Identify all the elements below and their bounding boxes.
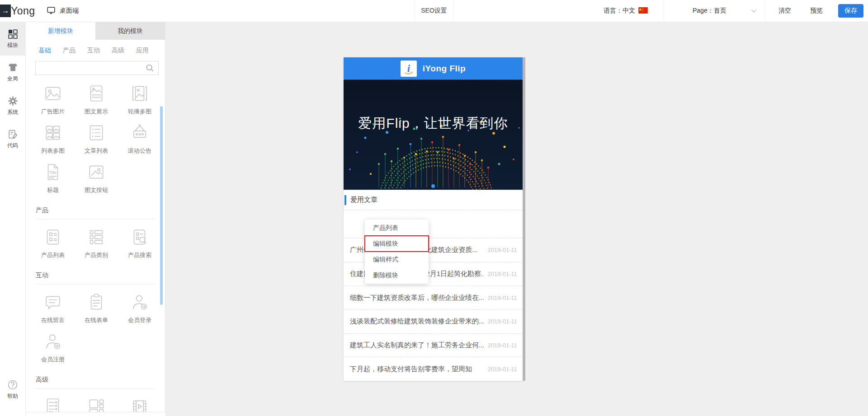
banner-module[interactable]: 爱用Flip，让世界看到你 (344, 79, 523, 190)
module-item-message[interactable]: 在线留言 (31, 292, 75, 324)
page-nav-icon (42, 396, 63, 412)
global-icon (8, 62, 18, 73)
grid-images-icon (42, 122, 63, 145)
menu-item-product-list[interactable]: 产品列表 (365, 220, 429, 236)
member-login-icon (129, 292, 150, 314)
module-item-title[interactable]: Title 标题 (31, 162, 75, 194)
clear-button[interactable]: 清空 (778, 0, 791, 22)
video-icon (129, 396, 150, 412)
member-register-icon (42, 331, 63, 354)
monitor-icon (47, 6, 56, 16)
article-title: 建筑工人实名制真的来了！施工劳务企业何... (350, 341, 484, 350)
subtab-basic[interactable]: 基础 (38, 47, 51, 55)
module-context-menu: 产品列表 编辑模块 编辑样式 删除模块 (365, 220, 429, 284)
tab-new-modules[interactable]: 新增模块 (26, 22, 95, 40)
module-item-member-login[interactable]: 会员登录 (118, 292, 161, 324)
topbar-divider (765, 0, 765, 22)
language-label: 语言：中文 (604, 7, 635, 15)
topbar: → Yong 桌面端 SEO设置 语言：中文 Page：首页 清空 预览 保存 (0, 0, 868, 22)
tab-my-modules[interactable]: 我的模块 (95, 22, 165, 40)
article-row[interactable]: 细数一下建筑资质改革后，哪些企业业绩在... 2019-01-11 (344, 286, 523, 310)
module-panel: 新增模块 我的模块 基础 产品 互动 高级 应用 (26, 22, 165, 412)
left-nav: 模块 全局 系统 代码 帮助 (0, 22, 26, 416)
group-divider (36, 219, 155, 220)
module-item-text-image[interactable]: 图文展示 (75, 83, 118, 116)
product-category-icon (86, 227, 107, 249)
preview-scrollbar[interactable] (523, 57, 525, 381)
device-switcher[interactable]: 桌面端 (47, 0, 79, 22)
menu-item-edit-module[interactable]: 编辑模块 (365, 236, 429, 252)
language-selector[interactable]: 语言：中文 (604, 0, 648, 22)
device-label: 桌面端 (60, 7, 79, 15)
page-selector[interactable]: Page：首页 (693, 0, 757, 22)
message-icon (42, 292, 63, 314)
subtab-interactive[interactable]: 互动 (87, 47, 100, 55)
sidebar-item-modules[interactable]: 模块 (0, 22, 25, 56)
topbar-divider (664, 0, 664, 22)
editor-canvas: i iYong Flip 爱用Flip，让世界看到你 (165, 22, 868, 416)
module-item-image-button[interactable]: 图文按钮 (75, 162, 118, 194)
ad-image-icon (42, 83, 63, 106)
module-item-article-list[interactable]: 文章列表 (75, 122, 118, 155)
article-section-header[interactable]: 爱用文章 (344, 190, 523, 210)
panel-scrollbar[interactable] (160, 106, 163, 305)
menu-item-delete-module[interactable]: 删除模块 (365, 267, 429, 283)
text-image-icon (86, 83, 107, 106)
carousel-indicator (431, 184, 435, 188)
subtab-app[interactable]: 应用 (136, 47, 149, 55)
subtab-advanced[interactable]: 高级 (112, 47, 124, 55)
module-item-product-list[interactable]: 产品列表 (31, 227, 75, 259)
logo-arrow-icon: → (0, 5, 11, 17)
image-button-icon (86, 162, 107, 184)
banner-headline: 爱用Flip，让世界看到你 (358, 114, 508, 133)
save-button[interactable]: 保存 (838, 4, 863, 18)
app-logo[interactable]: → Yong (0, 0, 35, 22)
group-divider (36, 284, 155, 285)
preview-button[interactable]: 预览 (810, 0, 823, 22)
modules-icon (8, 28, 18, 39)
code-icon (8, 129, 18, 140)
article-title: 细数一下建筑资质改革后，哪些企业业绩在... (350, 294, 484, 302)
flag-cn-icon (638, 7, 648, 15)
module-item-member-register[interactable]: 会员注册 (31, 331, 75, 364)
sidebar-item-system[interactable]: 系统 (0, 89, 25, 122)
article-date: 2019-01-11 (487, 366, 517, 373)
module-item-bottom-nav[interactable]: 底部导航 (75, 396, 118, 412)
seo-settings-button[interactable]: SEO设置 (415, 0, 453, 22)
article-date: 2019-01-11 (487, 294, 517, 301)
article-title: 下月起，移动支付将告别零费率，望周知 (350, 365, 484, 374)
group-title: 产品 (36, 206, 161, 215)
article-list-icon (86, 122, 107, 145)
menu-item-edit-style[interactable]: 编辑样式 (365, 252, 429, 267)
module-item-image-grid[interactable]: 列表多图 (31, 122, 75, 155)
module-item-notice[interactable]: 滚动公告 (118, 122, 161, 155)
sidebar-item-global[interactable]: 全局 (0, 56, 25, 89)
help-icon (7, 379, 18, 390)
article-date: 2019-01-11 (487, 318, 517, 325)
logo-text: Yong (11, 5, 35, 17)
site-title: iYong Flip (423, 64, 466, 74)
高级: 高级 页面导航 底部导航 (31, 376, 161, 412)
sidebar-item-help[interactable]: 帮助 (0, 376, 25, 403)
article-row[interactable]: 建筑工人实名制真的来了！施工劳务企业何... 2019-01-11 (344, 334, 523, 358)
module-item-page-nav[interactable]: 页面导航 (31, 396, 75, 412)
module-search (35, 61, 159, 75)
article-row[interactable]: 下月起，移动支付将告别零费率，望周知 2019-01-11 (344, 357, 523, 381)
group-divider (36, 388, 155, 389)
module-item-carousel[interactable]: 轮播多图 (118, 83, 161, 116)
section-accent-bar (344, 195, 346, 205)
svg-text:i: i (407, 62, 410, 74)
article-date: 2019-01-11 (487, 247, 517, 253)
product-search-icon (129, 227, 150, 249)
module-item-product-category[interactable]: 产品类别 (75, 227, 118, 259)
search-input[interactable] (39, 65, 146, 72)
module-item-form[interactable]: 在线表单 (75, 292, 118, 324)
article-row[interactable]: 浅谈装配式装修给建筑装饰装修企业带来的... 2019-01-11 (344, 310, 523, 334)
module-item-ad-image[interactable]: 广告图片 (31, 83, 75, 116)
sidebar-item-code[interactable]: 代码 (0, 122, 25, 156)
subtab-product[interactable]: 产品 (63, 47, 75, 55)
module-item-video[interactable]: 在线视频 (118, 396, 161, 412)
preview-site-header[interactable]: i iYong Flip (344, 57, 523, 79)
page-preview: i iYong Flip 爱用Flip，让世界看到你 (344, 57, 523, 381)
module-item-product-search[interactable]: 产品搜索 (118, 227, 161, 259)
